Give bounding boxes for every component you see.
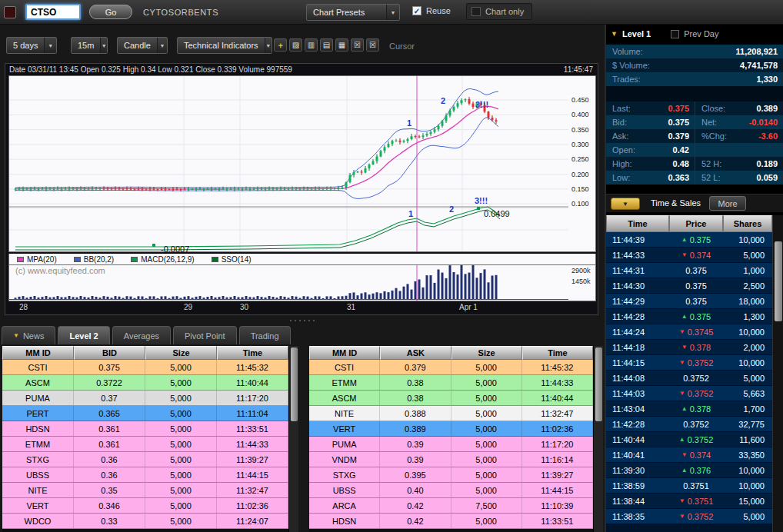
level2-row[interactable]: VERT 0.346 5,000 11:02:36	[2, 498, 288, 514]
column-header-time[interactable]: Time	[522, 346, 593, 360]
level2-row[interactable]: PERT 0.365 5,000 11:11:04	[2, 406, 288, 421]
level2-row[interactable]: PUMA 0.37 5,000 11:17:20	[2, 391, 288, 406]
level2-row[interactable]: VNDM 0.39 5,000 11:16:14	[309, 452, 593, 467]
time: 11:17:20	[217, 391, 288, 405]
level2-row[interactable]: CSTI 0.375 5,000 11:45:32	[2, 360, 288, 375]
time-sales-row[interactable]: 11:38:59 0.3751 10,000	[606, 478, 772, 494]
column-header-ask[interactable]: ASK	[380, 346, 451, 360]
checkbox-unchecked-icon	[671, 30, 679, 38]
scrollbar-thumb[interactable]	[775, 241, 782, 321]
go-button[interactable]: Go	[89, 5, 132, 19]
size: 5,000	[451, 514, 522, 528]
scrollbar[interactable]	[288, 346, 298, 532]
column-header-mm-id[interactable]: MM ID	[309, 346, 380, 360]
trade-time: 11:38:35	[606, 512, 669, 521]
column-header-bid[interactable]: BID	[74, 346, 145, 360]
column-header-time[interactable]: Time	[217, 346, 288, 360]
time-sales-row[interactable]: 11:38:44 ▼0.3751 15,000	[606, 494, 772, 509]
level2-row[interactable]: VERT 0.389 5,000 11:02:36	[309, 421, 593, 437]
tab-level-2[interactable]: Level 2	[58, 326, 109, 344]
close-icon[interactable]: ☒	[366, 38, 379, 52]
time-sales-row[interactable]: 11:44:18 ▼0.378 2,000	[606, 340, 772, 355]
dropdown-caret-icon[interactable]: ▼	[611, 30, 618, 38]
level2-row[interactable]: STXG 0.395 5,000 11:39:27	[309, 467, 593, 483]
time-sales-row[interactable]: 11:44:33 ▼0.374 5,000	[606, 248, 772, 263]
chart-style-label: Candle	[124, 41, 151, 50]
app-window-icon[interactable]	[4, 6, 16, 18]
panel-menu-button[interactable]: ▼	[611, 198, 640, 210]
tab-pivot-point[interactable]: Pivot Point	[173, 326, 237, 344]
level2-row[interactable]: ETMM 0.361 5,000 11:44:33	[2, 437, 288, 452]
level2-row[interactable]: NITE 0.388 5,000 11:32:47	[309, 406, 593, 421]
level2-row[interactable]: HDSN 0.361 5,000 11:33:51	[2, 421, 288, 437]
tab-trading[interactable]: Trading	[239, 326, 291, 344]
level2-row[interactable]: ASCM 0.38 5,000 11:40:44	[309, 391, 593, 406]
chart-style-dropdown[interactable]: Candle ▼	[117, 37, 168, 54]
time-sales-row[interactable]: 11:44:28 ▲0.375 1,300	[606, 309, 772, 324]
size: 5,000	[145, 437, 217, 451]
column-header-mm-id[interactable]: MM ID	[2, 346, 74, 360]
scrollbar-thumb[interactable]	[291, 347, 298, 421]
trade-time: 11:44:39	[606, 235, 669, 244]
legend-swatch-icon	[74, 257, 81, 262]
tab-news[interactable]: ▼News	[2, 326, 55, 344]
prev-day-checkbox[interactable]: Prev Day	[671, 29, 718, 38]
rows-icon[interactable]: ▤	[320, 38, 333, 52]
time-sales-row[interactable]: 11:44:08 0.3752 5,000	[606, 371, 772, 386]
trade-price: 0.375	[669, 297, 723, 306]
pane-splitter[interactable]	[0, 315, 604, 325]
grid-icon[interactable]: ▦	[335, 38, 348, 52]
range-dropdown[interactable]: 5 days ▼	[6, 37, 57, 54]
time-sales-row[interactable]: 11:44:39 ▲0.375 10,000	[606, 232, 772, 248]
level2-row[interactable]: PUMA 0.39 5,000 11:17:20	[309, 437, 593, 452]
technical-indicators-dropdown[interactable]: Technical Indicators ▼	[177, 37, 272, 54]
column-header-size[interactable]: Size	[451, 346, 522, 360]
interval-dropdown[interactable]: 15m ▼	[71, 37, 108, 54]
time-sales-row[interactable]: 11:40:44 ▲0.3752 11,600	[606, 432, 772, 447]
time-sales-row[interactable]: 11:38:35 ▼0.3752 5,000	[606, 509, 772, 524]
clear-icon[interactable]: ☒	[351, 38, 364, 52]
time-sales-row[interactable]: 11:44:24 ▼0.3745 10,000	[606, 324, 772, 340]
trade-shares: 5,000	[723, 251, 772, 260]
time-sales-row[interactable]: 11:43:04 ▲0.378 1,700	[606, 401, 772, 417]
chart-presets-dropdown[interactable]: Chart Presets ▼	[306, 4, 400, 21]
chart-only-checkbox[interactable]: Chart only	[466, 3, 532, 20]
level2-row[interactable]: NITE 0.35 5,000 11:32:47	[2, 483, 288, 498]
more-button[interactable]: More	[709, 196, 746, 211]
column-header-shares[interactable]: Shares	[723, 215, 772, 232]
level2-row[interactable]: ETMM 0.38 5,000 11:44:33	[309, 375, 593, 391]
time-sales-row[interactable]: 11:44:30 0.375 2,500	[606, 278, 772, 294]
volume-chart-pane[interactable]: (c) www.equityfeed.com 2900k1450k	[8, 264, 596, 301]
ticker-input[interactable]	[25, 4, 81, 20]
stat-value: 4,741,578	[740, 61, 783, 70]
time-sales-row[interactable]: 11:44:15 ▼0.3752 10,000	[606, 355, 772, 371]
time-sales-row[interactable]: 11:44:03 ▼0.3752 5,663	[606, 386, 772, 401]
mm-id: UBSS	[309, 483, 380, 497]
level2-row[interactable]: UBSS 0.36 5,000 11:44:15	[2, 467, 288, 483]
add-icon[interactable]: ＋	[274, 38, 287, 52]
price-chart-pane[interactable]: 0.4500.4000.3500.3000.2500.2000.1500.100…	[8, 75, 596, 252]
scrollbar-thumb[interactable]	[595, 347, 602, 421]
level2-row[interactable]: ASCM 0.3722 5,000 11:40:44	[2, 375, 288, 391]
scrollbar[interactable]	[772, 215, 783, 532]
time-sales-row[interactable]: 11:44:31 0.375 1,000	[606, 263, 772, 278]
time-sales-row[interactable]: 11:40:41 ▼0.374 33,350	[606, 447, 772, 463]
column-header-time[interactable]: Time	[606, 215, 669, 232]
level2-row[interactable]: CSTI 0.379 5,000 11:45:32	[309, 360, 593, 375]
column-header-size[interactable]: Size	[145, 346, 217, 360]
level2-row[interactable]: UBSS 0.40 5,000 11:44:15	[309, 483, 593, 498]
tab-averages[interactable]: Averages	[112, 326, 171, 344]
level2-row[interactable]: HDSN 0.42 5,000 11:33:51	[309, 514, 593, 529]
reuse-checkbox[interactable]: ✓ Reuse	[412, 6, 451, 15]
time-sales-row[interactable]: 11:44:29 0.375 18,000	[606, 294, 772, 309]
date-axis-label: 30	[240, 303, 248, 311]
time-sales-row[interactable]: 11:39:30 ▲0.376 10,000	[606, 463, 772, 478]
level2-row[interactable]: ARCA 0.42 7,500 11:10:39	[309, 498, 593, 514]
candle-width-icon[interactable]: ▥	[305, 38, 318, 52]
level2-row[interactable]: STXG 0.36 5,000 11:39:27	[2, 452, 288, 467]
scrollbar[interactable]	[593, 346, 603, 532]
time-sales-row[interactable]: 11:42:28 0.3752 32,775	[606, 417, 772, 432]
level2-row[interactable]: WDCO 0.33 5,000 11:24:07	[2, 514, 288, 529]
column-header-price[interactable]: Price	[669, 215, 723, 232]
pattern-icon[interactable]: ▨	[289, 38, 302, 52]
